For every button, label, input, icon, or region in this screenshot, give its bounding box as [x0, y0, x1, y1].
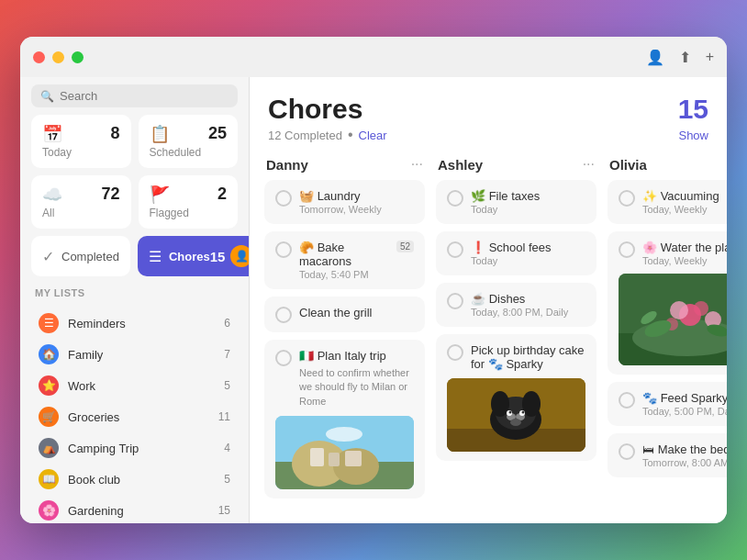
chores-sidebar-item[interactable]: ☰ Chores 15 👤: [138, 236, 250, 276]
completed-item[interactable]: ✓ Completed: [31, 236, 130, 276]
task-body: 🇮🇹 Plan Italy trip Need to confirm wheth…: [299, 349, 414, 409]
svg-rect-4: [310, 448, 324, 466]
ashley-more-icon[interactable]: ···: [583, 156, 595, 173]
task-circle[interactable]: [275, 307, 292, 323]
list-item-bookclub[interactable]: 📖 Book club 5: [31, 464, 238, 495]
list-item-family[interactable]: 🏠 Family 7: [31, 339, 238, 370]
task-feed-sparky[interactable]: 🐾 Feed Sparky Today, 5:00 PM, Daily: [608, 382, 727, 426]
search-bar[interactable]: 🔍: [31, 84, 238, 107]
columns-area: Danny ··· 🧺 Laundry Tomorrow, Weekly: [250, 152, 727, 523]
detail-title-row: Chores 15: [268, 94, 708, 125]
list-item-left: 📖 Book club: [39, 469, 120, 489]
task-circle[interactable]: [275, 350, 292, 366]
all-smart-item[interactable]: ☁️ 72 All: [31, 175, 131, 229]
search-icon: 🔍: [40, 90, 54, 103]
column-header-danny: Danny ···: [264, 152, 425, 180]
task-macarons[interactable]: 🥐 Bake macarons Today, 5:40 PM 52: [264, 231, 425, 289]
svg-point-12: [491, 391, 509, 417]
task-body: ☕ Dishes Today, 8:00 PM, Daily: [471, 292, 585, 318]
close-button[interactable]: [33, 51, 45, 63]
task-circle[interactable]: [619, 443, 635, 460]
svg-rect-5: [329, 453, 340, 466]
task-circle[interactable]: [447, 293, 463, 309]
task-desc: Need to confirm whether we should fly to…: [299, 366, 414, 409]
svg-point-16: [510, 419, 521, 426]
task-vacuuming[interactable]: ✨ Vacuuming Today, Weekly: [608, 180, 727, 224]
all-count: 72: [101, 185, 119, 204]
task-name: Clean the grill: [299, 306, 414, 319]
task-sub: Today, 5:00 PM, Daily: [642, 406, 727, 417]
task-body: 🛏 Make the bed Tomorrow, 8:00 AM, Daily: [642, 442, 727, 468]
chores-sidebar-label: Chores: [169, 250, 210, 263]
italy-image: [275, 416, 414, 489]
task-body: ❗ School fees Today: [471, 241, 585, 266]
detail-panel: Chores 15 12 Completed • Clear Show Dann…: [250, 77, 727, 523]
task-circle[interactable]: [619, 392, 635, 409]
task-body: 🐾 Feed Sparky Today, 5:00 PM, Daily: [642, 391, 727, 417]
bookclub-name: Book club: [68, 473, 120, 487]
share-icon[interactable]: 👤: [646, 49, 664, 66]
task-grill[interactable]: Clean the grill: [264, 297, 425, 332]
export-icon[interactable]: ⬆: [679, 49, 691, 66]
task-circle[interactable]: [447, 190, 463, 207]
olivia-column-name: Olivia: [609, 157, 647, 173]
column-olivia: Olivia ··· ✨ Vacuuming Today, Weekly: [608, 152, 727, 512]
task-name: 🛏 Make the bed: [642, 442, 727, 456]
svg-point-13: [522, 391, 541, 417]
task-circle[interactable]: [275, 190, 292, 207]
camping-dot: ⛺: [39, 438, 59, 458]
task-circle[interactable]: [619, 190, 635, 207]
list-item-left: ⭐ Work: [39, 375, 95, 396]
titlebar-actions: 👤 ⬆ +: [646, 49, 714, 66]
task-circle[interactable]: [447, 241, 463, 258]
task-taxes[interactable]: 🌿 File taxes Today: [436, 180, 596, 224]
detail-count: 15: [678, 94, 708, 125]
gardening-count: 15: [218, 504, 230, 517]
list-item-work[interactable]: ⭐ Work 5: [31, 370, 238, 401]
task-laundry[interactable]: 🧺 Laundry Tomorrow, Weekly: [264, 180, 425, 224]
ashley-column-name: Ashley: [438, 157, 483, 173]
column-danny: Danny ··· 🧺 Laundry Tomorrow, Weekly: [264, 152, 425, 512]
work-count: 5: [224, 379, 230, 392]
flagged-label: Flagged: [150, 207, 228, 219]
task-circle[interactable]: [619, 241, 635, 258]
list-item-gardening[interactable]: 🌸 Gardening 15: [31, 495, 238, 523]
task-schoolfees[interactable]: ❗ School fees Today: [436, 231, 596, 275]
flagged-smart-item[interactable]: 🚩 2 Flagged: [139, 175, 239, 229]
task-sub: Today: [471, 255, 585, 266]
maximize-button[interactable]: [72, 51, 84, 63]
clear-button[interactable]: Clear: [359, 129, 387, 142]
column-header-olivia: Olivia ···: [608, 152, 727, 180]
task-make-bed[interactable]: 🛏 Make the bed Tomorrow, 8:00 AM, Daily: [608, 433, 727, 477]
list-item-left: 🌸 Gardening: [39, 500, 124, 521]
task-name: 🇮🇹 Plan Italy trip: [299, 349, 414, 363]
camping-name: Camping Trip: [68, 442, 139, 455]
today-count: 8: [110, 124, 119, 143]
groceries-count: 11: [218, 410, 230, 423]
lists-container: ☰ Reminders 6 🏠 Family 7 ⭐ Work: [31, 308, 238, 523]
task-italy[interactable]: 🇮🇹 Plan Italy trip Need to confirm wheth…: [264, 340, 425, 498]
bookclub-dot: 📖: [39, 469, 59, 489]
search-input[interactable]: [60, 89, 229, 103]
list-item-camping[interactable]: ⛺ Camping Trip 4: [31, 432, 238, 464]
chores-icon: ☰: [149, 248, 162, 265]
scheduled-label: Scheduled: [150, 146, 228, 159]
add-icon[interactable]: +: [706, 49, 714, 65]
list-item-groceries[interactable]: 🛒 Groceries 11: [31, 401, 238, 432]
show-button[interactable]: Show: [678, 129, 708, 142]
task-circle[interactable]: [275, 241, 292, 258]
danny-more-icon[interactable]: ···: [411, 156, 423, 173]
task-bday-cake[interactable]: Pick up birthday cake for 🐾 Sparky: [436, 334, 596, 461]
task-water-plants[interactable]: 🌸 Water the plants Today, Weekly: [608, 231, 727, 375]
today-smart-item[interactable]: 📅 8 Today: [31, 115, 131, 168]
task-body: 🌸 Water the plants Today, Weekly: [642, 241, 727, 266]
minimize-button[interactable]: [52, 51, 64, 63]
task-sub: Tomorrow, Weekly: [299, 204, 414, 215]
task-circle[interactable]: [447, 344, 463, 361]
list-item-reminders[interactable]: ☰ Reminders 6: [31, 308, 238, 339]
scheduled-smart-item[interactable]: 📋 25 Scheduled: [139, 115, 239, 168]
chores-left: ☰ Chores: [149, 248, 210, 265]
gardening-dot: 🌸: [39, 500, 59, 521]
task-dishes[interactable]: ☕ Dishes Today, 8:00 PM, Daily: [436, 283, 596, 327]
column-header-ashley: Ashley ···: [436, 152, 596, 180]
